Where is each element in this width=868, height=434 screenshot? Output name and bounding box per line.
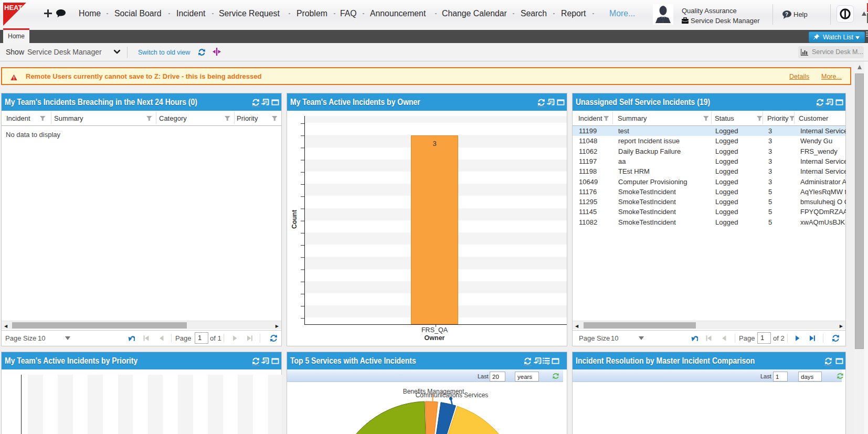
svg-text:Communications Services: Communications Services (416, 391, 489, 399)
svg-text:?: ? (785, 12, 788, 17)
svg-text:HEAT: HEAT (4, 4, 22, 12)
